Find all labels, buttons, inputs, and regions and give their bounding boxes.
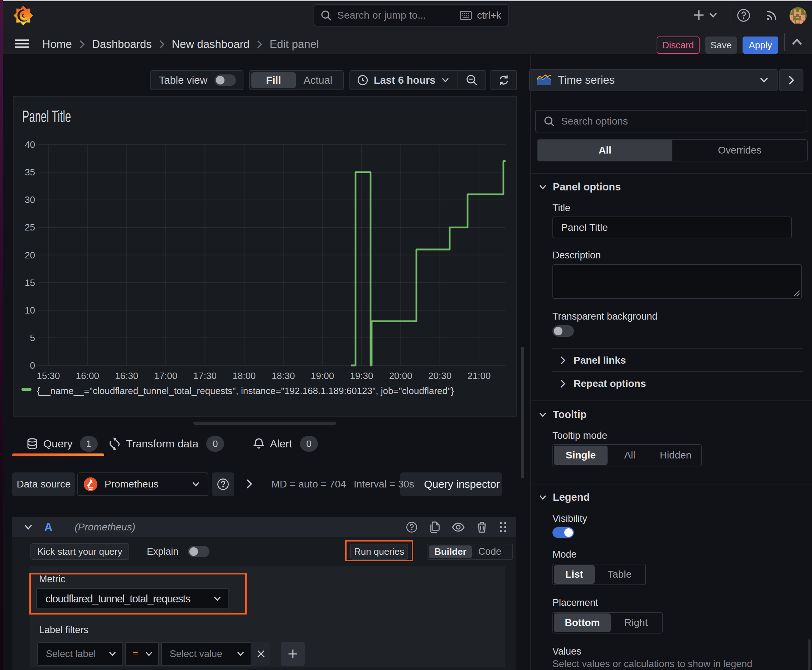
svg-text:20:00: 20:00 [389,371,412,381]
svg-text:19:00: 19:00 [311,371,334,381]
svg-text:15:30: 15:30 [37,371,60,381]
svg-text:21:00: 21:00 [467,371,490,381]
svg-text:18:30: 18:30 [272,371,295,381]
svg-text:16:30: 16:30 [115,371,138,381]
svg-text:5: 5 [30,333,35,343]
svg-text:35: 35 [25,167,35,178]
svg-text:17:30: 17:30 [193,371,217,381]
svg-text:19:30: 19:30 [350,371,373,381]
svg-text:30: 30 [25,195,35,205]
svg-text:15: 15 [25,277,35,288]
svg-text:40: 40 [25,139,35,150]
svg-text:0: 0 [30,360,35,371]
svg-text:16:00: 16:00 [76,371,99,381]
svg-text:20:30: 20:30 [428,371,451,381]
svg-text:17:00: 17:00 [154,371,177,381]
svg-text:10: 10 [25,305,35,316]
svg-text:25: 25 [25,222,35,233]
svg-text:20: 20 [25,250,35,261]
svg-text:18:00: 18:00 [232,371,256,381]
